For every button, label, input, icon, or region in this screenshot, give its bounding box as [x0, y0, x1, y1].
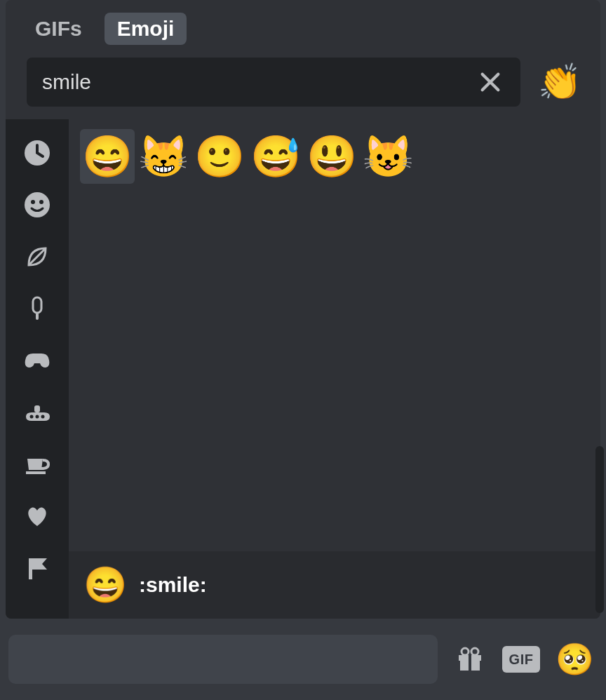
emoji-result[interactable]: 😃 [304, 129, 359, 184]
scrollbar-thumb[interactable] [595, 446, 604, 613]
clock-icon [23, 139, 51, 167]
skin-tone-button[interactable]: 👏 [540, 62, 579, 102]
svg-rect-6 [34, 405, 40, 412]
chat-input-bar: GIF 🥺 [0, 619, 606, 700]
emoji-picker-toggle[interactable]: 🥺 [557, 642, 592, 677]
gif-button[interactable]: GIF [502, 646, 540, 673]
tab-emoji[interactable]: Emoji [105, 13, 187, 45]
emoji-result[interactable]: 😸 [136, 129, 191, 184]
category-nature[interactable] [22, 241, 53, 272]
svg-point-7 [30, 415, 34, 419]
category-rail [6, 119, 69, 619]
svg-rect-4 [33, 297, 41, 313]
preview-bar: 😄 :smile: [69, 551, 600, 619]
svg-point-8 [36, 415, 39, 419]
emoji-result[interactable]: 😅 [248, 129, 303, 184]
svg-rect-5 [36, 313, 39, 320]
emoji-picker-panel: GIFs Emoji 👏 [6, 0, 600, 619]
tabs-row: GIFs Emoji [27, 13, 579, 45]
svg-rect-10 [26, 471, 46, 474]
search-input[interactable] [42, 70, 476, 94]
search-input-wrap [27, 58, 520, 107]
submarine-icon [22, 398, 53, 426]
leaf-icon [23, 243, 51, 271]
svg-point-3 [39, 200, 43, 204]
category-travel[interactable] [22, 397, 53, 428]
category-activities[interactable] [22, 345, 53, 376]
flag-icon [23, 554, 51, 582]
category-objects[interactable] [22, 449, 53, 480]
emoji-result[interactable]: 🙂 [192, 129, 247, 184]
svg-point-15 [462, 648, 469, 655]
svg-point-2 [31, 200, 35, 204]
svg-point-9 [41, 415, 45, 419]
preview-name: :smile: [139, 573, 207, 597]
tab-gifs[interactable]: GIFs [27, 13, 95, 45]
picker-header: GIFs Emoji 👏 [6, 0, 600, 119]
smiley-icon [23, 191, 51, 219]
gamepad-icon [22, 346, 53, 375]
gift-button[interactable] [454, 644, 485, 675]
svg-point-16 [471, 648, 478, 655]
preview-emoji: 😄 [86, 565, 125, 605]
category-food[interactable] [22, 293, 53, 324]
close-icon [478, 70, 502, 94]
popsicle-icon [23, 295, 51, 323]
svg-rect-14 [469, 655, 471, 671]
category-symbols[interactable] [22, 501, 53, 532]
heart-icon [23, 502, 51, 530]
gift-icon [454, 644, 485, 675]
emoji-grid: 😄😸🙂😅😃😺 [69, 119, 600, 551]
picker-body: 😄😸🙂😅😃😺 😄 :smile: [6, 119, 600, 619]
emoji-result[interactable]: 😄 [80, 129, 135, 184]
category-flags[interactable] [22, 553, 53, 584]
cup-icon [23, 450, 51, 478]
svg-rect-11 [29, 558, 32, 579]
category-smileys[interactable] [22, 189, 53, 220]
svg-point-1 [25, 192, 50, 217]
message-input[interactable] [8, 635, 438, 684]
results-area: 😄😸🙂😅😃😺 😄 :smile: [69, 119, 600, 619]
category-recent[interactable] [22, 137, 53, 168]
emoji-result[interactable]: 😺 [361, 129, 415, 184]
search-row: 👏 [27, 58, 579, 107]
clear-search-button[interactable] [476, 67, 505, 97]
